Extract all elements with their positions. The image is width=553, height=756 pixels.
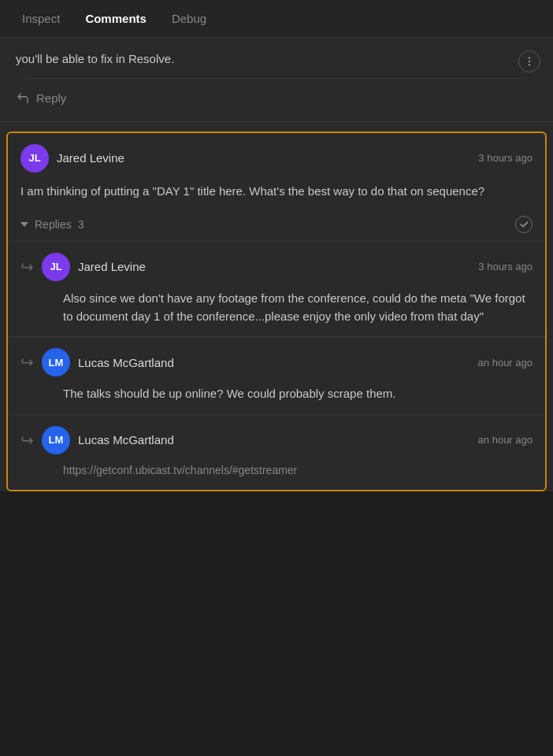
author-name: Lucas McGartland [78, 356, 174, 369]
comments-panel: you'll be able to fix in Resolve. Reply … [0, 38, 553, 491]
avatar: LM [42, 348, 70, 376]
author-name: Jared Levine [78, 260, 146, 273]
reply-author: ↪ LM Lucas McGartland [20, 348, 174, 376]
chevron-down-icon [20, 222, 28, 227]
author-name: Jared Levine [57, 151, 124, 165]
replies-label: Replies [35, 218, 72, 231]
replies-count: 3 [78, 218, 84, 231]
reply-body: Also since we don't have any footage fro… [20, 289, 533, 326]
svg-point-2 [529, 64, 530, 65]
reply-timestamp: 3 hours ago [478, 261, 533, 272]
reply-item: ↪ LM Lucas McGartland an hour ago The ta… [8, 336, 545, 413]
author-name: Lucas McGartland [78, 433, 174, 447]
reply-header: ↪ LM Lucas McGartland an hour ago [20, 426, 533, 454]
indent-icon: ↪ [20, 258, 34, 276]
tab-debug[interactable]: Debug [159, 1, 219, 36]
reply-header: ↪ LM Lucas McGartland an hour ago [20, 348, 533, 376]
reply-timestamp: an hour ago [478, 357, 533, 369]
reply-item: ↪ LM Lucas McGartland an hour ago https:… [8, 414, 545, 491]
reply-body: The talks should be up online? We could … [20, 384, 533, 402]
svg-point-1 [529, 61, 530, 62]
indent-icon: ↪ [20, 353, 34, 372]
svg-point-0 [529, 57, 530, 59]
main-comment: JL Jared Levine 3 hours ago I am thinkin… [6, 132, 547, 492]
check-circle[interactable] [515, 216, 533, 233]
reply-body-url: https://getconf.ubicast.tv/channels/#get… [20, 462, 533, 480]
reply-label: Reply [36, 91, 66, 105]
comment-body: I am thinking of putting a "DAY 1" title… [8, 179, 545, 209]
check-icon [519, 219, 529, 229]
indent-icon: ↪ [20, 431, 34, 450]
reply-timestamp: an hour ago [478, 434, 533, 446]
reply-button[interactable]: Reply [16, 88, 537, 109]
replies-row: Replies 3 [8, 209, 545, 241]
reply-author: ↪ LM Lucas McGartland [20, 426, 174, 454]
comment-timestamp: 3 hours ago [478, 152, 533, 164]
tab-bar: Inspect Comments Debug [0, 0, 553, 38]
reply-author: ↪ JL Jared Levine [20, 253, 146, 281]
avatar: JL [20, 144, 49, 172]
avatar: JL [42, 253, 70, 281]
replies-toggle[interactable]: Replies 3 [20, 218, 84, 231]
menu-icon[interactable] [518, 50, 540, 72]
partial-comment: you'll be able to fix in Resolve. Reply [0, 38, 553, 122]
partial-comment-text: you'll be able to fix in Resolve. [16, 50, 537, 69]
reply-header: ↪ JL Jared Levine 3 hours ago [20, 253, 533, 281]
avatar: LM [42, 426, 70, 454]
tab-inspect[interactable]: Inspect [9, 1, 72, 36]
comment-author: JL Jared Levine [20, 144, 124, 172]
comment-header: JL Jared Levine 3 hours ago [8, 133, 545, 179]
reply-item: ↪ JL Jared Levine 3 hours ago Also since… [8, 241, 545, 337]
tab-comments[interactable]: Comments [72, 1, 159, 36]
